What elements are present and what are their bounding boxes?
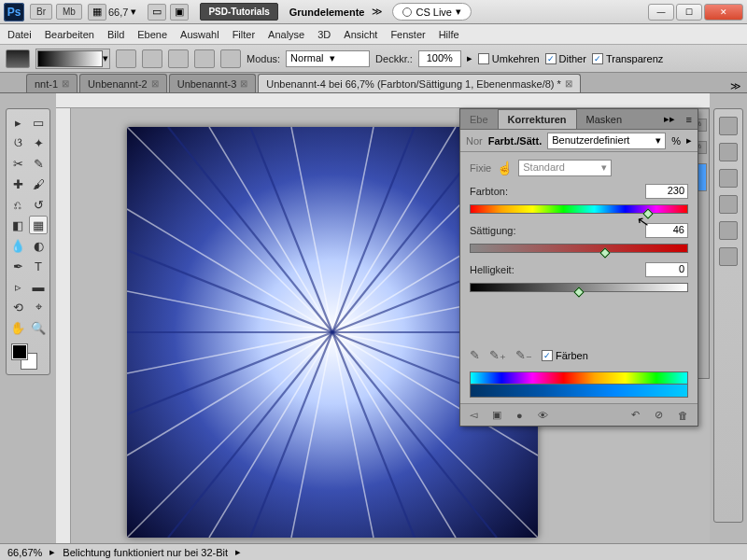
maximize-button[interactable]: ☐ bbox=[676, 4, 702, 21]
back-icon[interactable]: ◅ bbox=[470, 409, 477, 421]
gradient-reflected-icon[interactable] bbox=[194, 49, 215, 68]
menu-datei[interactable]: Datei bbox=[7, 29, 32, 40]
menu-bild[interactable]: Bild bbox=[107, 29, 124, 40]
saettigung-slider[interactable] bbox=[470, 244, 688, 253]
close-icon[interactable]: ⊠ bbox=[240, 78, 247, 89]
zoom-tool[interactable]: 🔍 bbox=[29, 318, 48, 337]
marquee-tool[interactable]: ▭ bbox=[29, 113, 48, 132]
preset-select[interactable]: Benutzerdefiniert▾ bbox=[547, 133, 666, 149]
farbton-input[interactable]: 230 bbox=[645, 184, 688, 199]
wand-tool[interactable]: ✦ bbox=[29, 133, 48, 152]
helligkeit-input[interactable]: 0 bbox=[645, 262, 688, 277]
close-button[interactable]: ✕ bbox=[704, 4, 743, 21]
stamp-tool[interactable]: ⎌ bbox=[8, 195, 27, 214]
tab-masken[interactable]: Masken bbox=[577, 110, 632, 129]
gradient-linear-icon[interactable] bbox=[116, 49, 136, 68]
helligkeit-slider[interactable] bbox=[470, 283, 688, 292]
delete-icon[interactable]: 🗑 bbox=[678, 410, 688, 421]
dock-icon[interactable] bbox=[719, 143, 738, 161]
menu-auswahl[interactable]: Auswahl bbox=[180, 29, 219, 40]
pen-tool[interactable]: ✒ bbox=[8, 257, 27, 275]
clip-icon[interactable]: ● bbox=[516, 410, 523, 421]
gradient-radial-icon[interactable] bbox=[142, 49, 162, 68]
screen-icon[interactable]: ▣ bbox=[170, 4, 189, 21]
menu-ansicht[interactable]: Ansicht bbox=[344, 29, 377, 40]
tab-overflow-icon[interactable]: ≫ bbox=[730, 80, 741, 92]
gradient-tool[interactable]: ▦ bbox=[29, 216, 48, 234]
lasso-tool[interactable]: ଓ bbox=[8, 133, 27, 152]
blur-tool[interactable]: 💧 bbox=[8, 236, 27, 255]
eyedropper-plus-icon[interactable]: ✎₊ bbox=[489, 348, 506, 362]
menu-ebene[interactable]: Ebene bbox=[137, 29, 167, 40]
eyedropper-icon[interactable]: ✎ bbox=[470, 348, 480, 362]
menu-3d[interactable]: 3D bbox=[317, 29, 331, 40]
close-icon[interactable]: ⊠ bbox=[62, 78, 69, 89]
expand-icon[interactable]: ▣ bbox=[492, 409, 501, 421]
blend-mode-select[interactable]: Normal ▾ bbox=[286, 50, 370, 67]
menu-bearbeiten[interactable]: Bearbeiten bbox=[45, 29, 94, 40]
doc-tab-4[interactable]: Unbenannt-4 bei 66,7% (Farbton/Sättigung… bbox=[258, 74, 581, 92]
farbton-slider[interactable] bbox=[470, 204, 688, 214]
eyedropper-minus-icon[interactable]: ✎₋ bbox=[515, 348, 532, 362]
shape-tool[interactable]: ▬ bbox=[29, 277, 48, 296]
dock-icon[interactable] bbox=[719, 169, 738, 188]
tab-korrekturen[interactable]: Korrekturen bbox=[498, 109, 577, 129]
minimize-button[interactable]: — bbox=[648, 4, 674, 21]
move-tool[interactable]: ▸ bbox=[8, 113, 27, 132]
close-icon[interactable]: ⊠ bbox=[565, 78, 572, 89]
gradient-angle-icon[interactable] bbox=[168, 49, 189, 68]
menu-analyse[interactable]: Analyse bbox=[268, 29, 304, 40]
tab-ebenen[interactable]: Ebe bbox=[460, 110, 498, 129]
path-tool[interactable]: ▹ bbox=[8, 277, 27, 296]
menu-hilfe[interactable]: Hilfe bbox=[439, 29, 459, 40]
3d-tool[interactable]: ⟲ bbox=[8, 298, 27, 316]
hand-tool[interactable]: ✋ bbox=[8, 318, 27, 337]
dock-icon[interactable] bbox=[719, 195, 738, 214]
layout-icon[interactable]: ▦ bbox=[88, 4, 106, 21]
doc-tab-3[interactable]: Unbenannt-3⊠ bbox=[169, 74, 257, 92]
finger-icon[interactable]: ☝ bbox=[497, 161, 513, 175]
close-icon[interactable]: ⊠ bbox=[151, 78, 159, 89]
type-tool[interactable]: T bbox=[29, 257, 48, 275]
color-swatches[interactable] bbox=[8, 343, 48, 371]
more-icon[interactable]: ≫ bbox=[372, 6, 383, 18]
faerben-checkbox[interactable]: ✓Färben bbox=[542, 350, 588, 361]
doc-tab-2[interactable]: Unbenannt-2⊠ bbox=[79, 74, 167, 92]
workspace-grundelemente[interactable]: Grundelemente bbox=[289, 7, 365, 18]
mb-button[interactable]: Mb bbox=[56, 4, 82, 20]
history-brush-tool[interactable]: ↺ bbox=[29, 195, 48, 214]
menu-fenster[interactable]: Fenster bbox=[390, 29, 425, 40]
eyedropper-tool[interactable]: ✎ bbox=[29, 154, 48, 173]
visibility-icon[interactable]: 👁 bbox=[538, 410, 548, 421]
range-select[interactable]: Standard▾ bbox=[518, 160, 612, 176]
prev-icon[interactable]: ↶ bbox=[631, 409, 640, 421]
gradient-preview[interactable] bbox=[37, 50, 103, 67]
heal-tool[interactable]: ✚ bbox=[8, 175, 27, 193]
dock-icon[interactable] bbox=[719, 247, 738, 266]
ruler-vertical[interactable] bbox=[56, 108, 71, 543]
dither-checkbox[interactable]: ✓Dither bbox=[545, 53, 586, 64]
umkehren-checkbox[interactable]: Umkehren bbox=[478, 53, 540, 64]
dodge-tool[interactable]: ◐ bbox=[29, 236, 48, 255]
doc-tab-1[interactable]: nnt-1⊠ bbox=[26, 74, 78, 92]
eraser-tool[interactable]: ◧ bbox=[8, 216, 27, 234]
saettigung-input[interactable]: 46 bbox=[645, 223, 688, 238]
br-button[interactable]: Br bbox=[30, 4, 52, 20]
brush-tool[interactable]: 🖌 bbox=[29, 175, 48, 193]
menu-filter[interactable]: Filter bbox=[233, 29, 255, 40]
ruler-horizontal[interactable] bbox=[56, 93, 710, 108]
tool-preset-icon[interactable] bbox=[6, 49, 30, 68]
view-icon[interactable]: ▭ bbox=[148, 4, 166, 21]
opacity-input[interactable]: 100% bbox=[418, 50, 461, 67]
camera-tool[interactable]: ⌖ bbox=[29, 298, 48, 316]
transparenz-checkbox[interactable]: ✓Transparenz bbox=[592, 53, 663, 64]
dock-icon[interactable] bbox=[719, 117, 738, 135]
zoom-readout[interactable]: 66,7 bbox=[108, 7, 128, 18]
workspace-psd-tutorials[interactable]: PSD-Tutorials bbox=[200, 3, 277, 21]
panel-menu-icon[interactable]: ≡ bbox=[681, 114, 698, 125]
cs-live-button[interactable]: CS Live▾ bbox=[392, 3, 472, 21]
dock-icon[interactable] bbox=[719, 221, 738, 240]
gradient-diamond-icon[interactable] bbox=[220, 49, 241, 68]
reset-icon[interactable]: ⊘ bbox=[655, 409, 663, 421]
crop-tool[interactable]: ✂ bbox=[8, 154, 27, 173]
